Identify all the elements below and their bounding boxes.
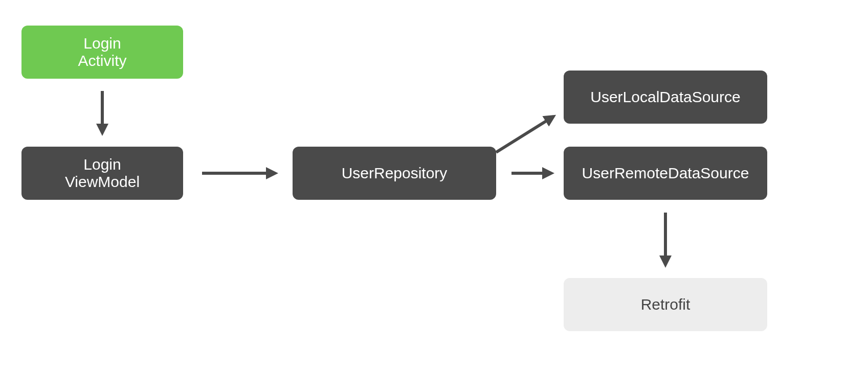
node-label: Retrofit	[641, 296, 691, 314]
node-label: Login Activity	[78, 35, 126, 70]
node-user-repository: UserRepository	[293, 147, 496, 200]
node-user-local-datasource: UserLocalDataSource	[564, 71, 767, 124]
node-label: Login ViewModel	[65, 156, 140, 191]
node-label: UserRepository	[342, 165, 448, 182]
node-label: UserRemoteDataSource	[582, 165, 749, 182]
node-login-activity: Login Activity	[21, 26, 183, 79]
diagram-canvas: Login Activity Login ViewModel UserRepos…	[0, 0, 868, 372]
node-user-remote-datasource: UserRemoteDataSource	[564, 147, 767, 200]
node-label: UserLocalDataSource	[590, 88, 740, 106]
node-login-viewmodel: Login ViewModel	[21, 147, 183, 200]
node-retrofit: Retrofit	[564, 278, 767, 331]
arrow-repository-to-local-ds	[496, 117, 553, 152]
